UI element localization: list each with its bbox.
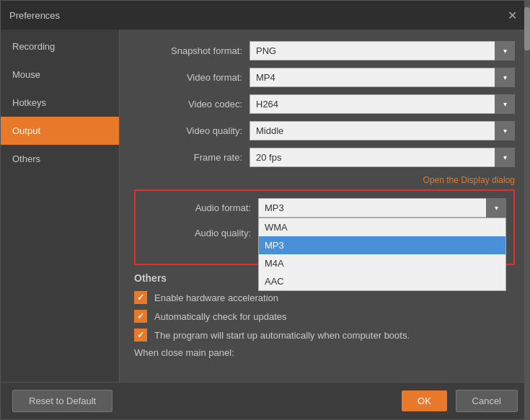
audio-option-aac[interactable]: AAC [259,272,505,290]
checkbox-auto-update: Automatically check for updates [134,310,515,323]
sidebar-item-mouse[interactable]: Mouse [1,61,119,89]
checkbox-hardware-acceleration: Enable hardware acceleration [134,291,515,304]
video-format-select[interactable]: MP4 AVI MOV [249,68,515,87]
audio-option-wma[interactable]: WMA [259,218,505,236]
content-area: Recording Mouse Hotkeys Output Others Sn… [1,30,529,382]
checkbox-auto-start-label: The program will start up automatically … [154,330,410,341]
checkbox-auto-start: The program will start up automatically … [134,329,515,341]
audio-option-m4a[interactable]: M4A [259,254,505,272]
dialog-title: Preferences [9,10,60,21]
frame-rate-row: Frame rate: 10 fps 20 fps 30 fps ▾ [134,148,515,167]
audio-format-row: Audio format: WMA MP3 M4A AAC ▾ WMA MP3 [143,198,506,218]
video-format-label: Video format: [134,72,249,83]
frame-rate-select[interactable]: 10 fps 20 fps 30 fps [249,148,515,167]
checkbox-auto-update-label: Automatically check for updates [154,311,287,322]
video-codec-select[interactable]: H264 H265 [249,94,515,114]
sidebar: Recording Mouse Hotkeys Output Others [1,30,120,382]
snapshot-format-row: Snapshot format: PNG JPG BMP ▾ [134,41,515,61]
ok-button[interactable]: OK [402,390,447,411]
video-quality-label: Video quality: [134,125,249,136]
sidebar-item-others[interactable]: Others [1,145,119,173]
video-codec-select-wrapper: H264 H265 ▾ [249,94,515,114]
audio-format-label: Audio format: [143,202,258,213]
checkbox-auto-start-box[interactable] [134,329,147,341]
reset-to-default-button[interactable]: Reset to Default [12,390,112,412]
frame-rate-label: Frame rate: [134,152,249,163]
audio-quality-label: Audio quality: [143,228,258,238]
video-quality-select-wrapper: Low Middle High ▾ [249,121,515,140]
display-link-row: Open the Display dialog [134,174,515,185]
preferences-dialog: Preferences ✕ Recording Mouse Hotkeys Ou… [0,0,530,420]
video-format-select-wrapper: MP4 AVI MOV ▾ [249,68,515,87]
sidebar-item-output[interactable]: Output [1,117,119,145]
audio-format-dropdown: WMA MP3 M4A AAC [258,218,506,291]
audio-format-select-wrapper: WMA MP3 M4A AAC ▾ WMA MP3 M4A AAC [258,198,506,218]
checkbox-auto-update-box[interactable] [134,310,147,323]
video-format-row: Video format: MP4 AVI MOV ▾ [134,68,515,87]
checkbox-hardware-acceleration-box[interactable] [134,291,147,304]
open-display-dialog-link[interactable]: Open the Display dialog [423,175,515,185]
audio-format-select[interactable]: WMA MP3 M4A AAC [258,198,506,218]
footer-right-buttons: OK Cancel [402,390,518,412]
when-close-row: When close main panel: [134,347,515,358]
footer: Reset to Default OK Cancel [1,382,529,419]
snapshot-format-select-wrapper: PNG JPG BMP ▾ [249,41,515,61]
title-bar: Preferences ✕ [1,1,529,30]
frame-rate-select-wrapper: 10 fps 20 fps 30 fps ▾ [249,148,515,167]
checkbox-hardware-acceleration-label: Enable hardware acceleration [154,292,278,303]
video-codec-label: Video codec: [134,99,249,110]
scrollbar-thumb[interactable] [524,30,529,50]
main-panel: Snapshot format: PNG JPG BMP ▾ Video for… [120,30,529,382]
video-codec-row: Video codec: H264 H265 ▾ [134,94,515,114]
audio-section: Audio format: WMA MP3 M4A AAC ▾ WMA MP3 [134,189,515,265]
video-quality-select[interactable]: Low Middle High [249,121,515,140]
audio-option-mp3[interactable]: MP3 [259,236,505,254]
sidebar-item-hotkeys[interactable]: Hotkeys [1,89,119,117]
cancel-button[interactable]: Cancel [456,390,518,412]
when-close-label: When close main panel: [134,347,234,358]
snapshot-format-label: Snapshot format: [134,45,249,56]
close-button[interactable]: ✕ [503,6,521,24]
video-quality-row: Video quality: Low Middle High ▾ [134,121,515,140]
sidebar-item-recording[interactable]: Recording [1,32,119,61]
snapshot-format-select[interactable]: PNG JPG BMP [249,41,515,61]
scrollbar-track[interactable] [524,30,529,382]
